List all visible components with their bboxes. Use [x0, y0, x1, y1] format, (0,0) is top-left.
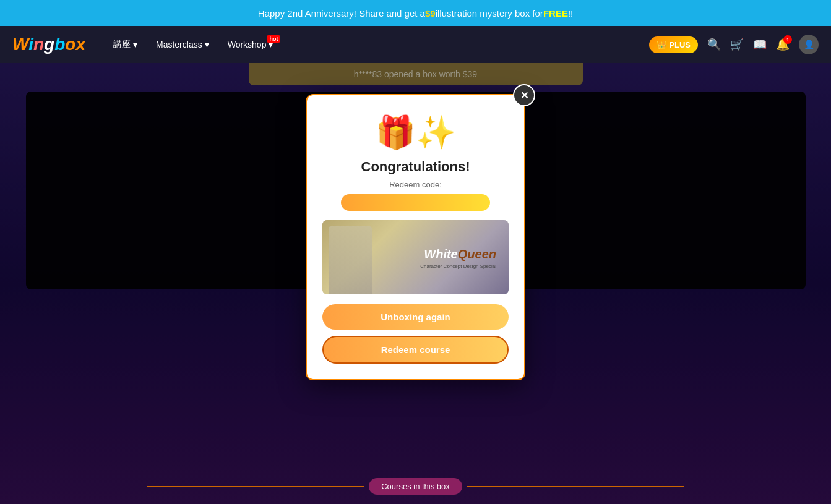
navbar: Wingbox 講座 ▾ Masterclass ▾ Workshop ▾ ho…: [0, 26, 831, 63]
modal-backdrop: ✕ 🎁✨ Congratulations! Redeem code: — — —…: [0, 63, 831, 504]
close-button[interactable]: ✕: [513, 84, 535, 106]
announcement-text-mid: illustration mystery box for: [436, 8, 543, 19]
nav-item-jiangzuo[interactable]: 講座 ▾: [107, 36, 144, 53]
announcement-bar: Happy 2nd Anniversary! Share and get a $…: [0, 0, 831, 26]
gift-icon: 🎁✨: [322, 114, 509, 152]
course-image: WhiteQueen Character Concept Design Spec…: [322, 220, 509, 294]
nav-item-masterclass-label: Masterclass: [156, 40, 202, 49]
modal-subtitle: Redeem code:: [322, 180, 509, 189]
courses-line-left: [147, 486, 364, 487]
chevron-down-icon-jiangzuo: ▾: [133, 40, 137, 49]
chevron-down-icon-masterclass: ▾: [205, 40, 209, 49]
nav-right: 👑 PLUS 🔍 🛒 📖 🔔 1 👤: [649, 35, 819, 54]
nav-item-workshop[interactable]: Workshop ▾ hot: [222, 36, 280, 53]
announcement-free: FREE: [543, 8, 568, 19]
plus-label: PLUS: [669, 40, 691, 49]
modal-title: Congratulations!: [322, 159, 509, 175]
logo[interactable]: Wingbox: [12, 35, 85, 54]
unboxing-again-button[interactable]: Unboxing again: [322, 304, 509, 330]
hot-badge-workshop: hot: [267, 35, 280, 43]
book-icon[interactable]: 📖: [753, 38, 767, 51]
search-icon[interactable]: 🔍: [707, 38, 721, 51]
nav-item-workshop-label: Workshop: [228, 40, 267, 49]
crown-icon: 👑: [657, 40, 666, 49]
nav-items: 講座 ▾ Masterclass ▾ Workshop ▾ hot: [107, 36, 637, 53]
courses-pill-label: Courses in this box: [381, 482, 450, 491]
redeem-code-bar: — — — — — — — — —: [341, 194, 490, 211]
bell-icon[interactable]: 🔔 1: [776, 38, 790, 51]
image-title: WhiteQueen: [420, 246, 496, 262]
nav-item-jiangzuo-label: 講座: [113, 39, 131, 50]
close-icon: ✕: [520, 90, 528, 101]
redeem-code-value: — — — — — — — — —: [371, 198, 461, 207]
plus-button[interactable]: 👑 PLUS: [649, 36, 698, 53]
avatar-icon[interactable]: 👤: [799, 35, 819, 54]
bell-badge: 1: [783, 35, 792, 44]
announcement-text: Happy 2nd Anniversary! Share and get a: [258, 8, 425, 19]
announcement-text-after: !!: [568, 8, 573, 19]
unboxing-again-label: Unboxing again: [381, 312, 450, 322]
announcement-dollar: $9: [425, 8, 436, 19]
nav-item-masterclass[interactable]: Masterclass ▾: [150, 36, 215, 53]
redeem-course-button[interactable]: Redeem course: [322, 336, 509, 364]
image-subtitle: Character Concept Design Special: [420, 263, 496, 269]
courses-line-right: [467, 486, 684, 487]
image-text: WhiteQueen Character Concept Design Spec…: [420, 246, 496, 269]
courses-pill[interactable]: Courses in this box: [369, 478, 462, 495]
modal: ✕ 🎁✨ Congratulations! Redeem code: — — —…: [306, 94, 525, 380]
courses-bar: Courses in this box: [0, 478, 831, 495]
cart-icon[interactable]: 🛒: [730, 38, 744, 51]
redeem-course-label: Redeem course: [381, 344, 450, 355]
main-content: h****83 opened a box worth $39 ✕ 🎁✨ Cong…: [0, 63, 831, 504]
